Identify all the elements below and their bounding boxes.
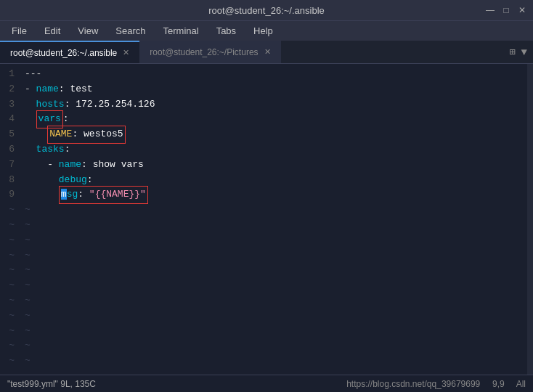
code-line-9: msg: "{{NAME}}" bbox=[20, 187, 527, 203]
code-line-4: vars: bbox=[20, 112, 527, 127]
tab-pictures[interactable]: root@student_26:~/Pictures ✕ bbox=[139, 41, 280, 63]
tab-label-pictures: root@student_26:~/Pictures bbox=[150, 47, 258, 57]
status-bar: "test999.yml" 9L, 135C https://blog.csdn… bbox=[0, 375, 533, 392]
line-numbers: 1 2 3 4 5 6 7 8 9 ~ ~ ~ ~ ~ ~ ~ ~ ~ ~ ~ … bbox=[0, 64, 20, 375]
code-line-7: - name: show vars bbox=[20, 158, 527, 173]
code-line-3: hosts: 172.25.254.126 bbox=[20, 97, 527, 113]
code-line-5: NAME: westos5 bbox=[20, 127, 527, 142]
status-url-cursor: https://blog.csdn.net/qq_39679699 9,9 Al… bbox=[346, 379, 526, 389]
tilde-line: ~ bbox=[20, 354, 527, 369]
tilde-line: ~ bbox=[20, 263, 527, 278]
msg-highlight: msg: "{{NAME}}" bbox=[59, 186, 148, 204]
status-file-info: "test999.yml" 9L, 135C bbox=[7, 379, 96, 389]
menu-tabs[interactable]: Tabs bbox=[213, 25, 239, 36]
minimize-button[interactable]: — bbox=[485, 5, 495, 15]
tab-label-ansible: root@student_26:~/.ansible bbox=[10, 48, 117, 58]
tilde-line: ~ bbox=[20, 293, 527, 309]
code-line-1: --- bbox=[20, 67, 527, 82]
status-scroll: All bbox=[516, 379, 526, 389]
menu-help[interactable]: Help bbox=[251, 25, 276, 36]
code-line-6: tasks: bbox=[20, 142, 527, 158]
menu-terminal[interactable]: Terminal bbox=[160, 25, 202, 36]
status-url: https://blog.csdn.net/qq_39679699 bbox=[346, 379, 480, 389]
tab-close-pictures[interactable]: ✕ bbox=[264, 47, 271, 57]
editor-container: 1 2 3 4 5 6 7 8 9 ~ ~ ~ ~ ~ ~ ~ ~ ~ ~ ~ … bbox=[0, 64, 533, 375]
tilde-line: ~ bbox=[20, 278, 527, 293]
tab-bar: root@student_26:~/.ansible ✕ root@studen… bbox=[0, 41, 533, 64]
tilde-line: ~ bbox=[20, 369, 527, 375]
tab-close-ansible[interactable]: ✕ bbox=[123, 48, 129, 57]
menu-search[interactable]: Search bbox=[113, 25, 148, 36]
tilde-line: ~ bbox=[20, 248, 527, 264]
tilde-line: ~ bbox=[20, 324, 527, 339]
name-highlight: NAME: westos5 bbox=[47, 126, 125, 144]
status-cursor: 9,9 bbox=[492, 379, 505, 389]
window-title: root@student_26:~/.ansible bbox=[208, 5, 325, 16]
code-area[interactable]: --- - name: test hosts: 172.25.254.126 v… bbox=[20, 64, 527, 375]
tab-ansible[interactable]: root@student_26:~/.ansible ✕ bbox=[0, 41, 139, 63]
tilde-line: ~ bbox=[20, 218, 527, 233]
menu-edit[interactable]: Edit bbox=[41, 25, 63, 36]
new-tab-icon[interactable]: ⊞ bbox=[509, 46, 515, 58]
tab-menu-icon[interactable]: ▼ bbox=[521, 46, 527, 58]
maximize-button[interactable]: □ bbox=[501, 5, 511, 15]
close-button[interactable]: ✕ bbox=[517, 5, 527, 15]
scrollbar[interactable] bbox=[527, 64, 533, 375]
tilde-line: ~ bbox=[20, 309, 527, 324]
menu-view[interactable]: View bbox=[75, 25, 101, 36]
tilde-line: ~ bbox=[20, 338, 527, 354]
menu-file[interactable]: File bbox=[9, 25, 30, 36]
tilde-line: ~ bbox=[20, 233, 527, 248]
title-bar: root@student_26:~/.ansible — □ ✕ bbox=[0, 0, 533, 20]
code-line-2: - name: test bbox=[20, 82, 527, 97]
tilde-line: ~ bbox=[20, 203, 527, 218]
code-line-8: debug: bbox=[20, 173, 527, 188]
menu-bar: File Edit View Search Terminal Tabs Help bbox=[0, 20, 533, 41]
